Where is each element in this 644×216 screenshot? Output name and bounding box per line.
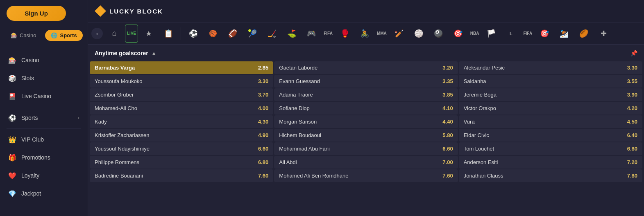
sidebar-loyalty-label: Loyalty (21, 172, 39, 179)
bet-name: Eldar Civic (464, 132, 624, 138)
sidebar-item-sports[interactable]: ⚽ Sports ‹ (0, 109, 88, 127)
sport-football-button[interactable]: ⚽ (184, 25, 202, 43)
sport-home-button[interactable]: ⌂ (105, 25, 123, 43)
bet-name: Saldanha (464, 78, 624, 84)
promotions-icon: 🎁 (8, 153, 16, 162)
bet-row[interactable]: Kady4.30 (90, 115, 273, 128)
bet-row[interactable]: Barnabas Varga2.85 (90, 61, 273, 74)
betting-content: Anytime goalscorer ▲ 📌 Barnabas Varga2.8… (88, 45, 644, 216)
sport-basketball-button[interactable]: 🏀 (204, 25, 222, 43)
bet-row[interactable]: Tom Louchet6.80 (459, 142, 642, 155)
sidebar-item-loyalty[interactable]: ❤️ Loyalty (0, 166, 88, 184)
sports-nav-prev-button[interactable]: ‹ (91, 28, 103, 39)
sign-up-button[interactable]: Sign Up (7, 6, 66, 21)
sport-boxing-button[interactable]: 🥊 (336, 25, 354, 43)
sidebar-item-slots[interactable]: 🎲 Slots (0, 69, 88, 87)
sport-volta-button[interactable]: FIFA (522, 25, 534, 43)
bet-odds: 3.35 (442, 78, 453, 84)
bet-row[interactable]: Mohamed Ali Ben Romdhane7.60 (274, 169, 458, 182)
bet-row[interactable]: Adama Traore3.85 (274, 88, 458, 101)
sport-favorites-button[interactable]: ★ (140, 25, 158, 43)
sport-live-button[interactable]: LIVE (125, 25, 138, 43)
sidebar-item-live-casino[interactable]: 🎴 Live Casino (0, 87, 88, 105)
sort-icon: ▲ (152, 50, 156, 56)
tab-sports[interactable]: 🌐 Sports (45, 30, 82, 41)
bet-row[interactable]: Mohamed-Ali Cho4.00 (90, 102, 273, 115)
bet-row[interactable]: Morgan Sanson4.40 (274, 115, 458, 128)
sport-golf-button[interactable]: ⛳ (283, 25, 301, 43)
sport-cycling-button[interactable]: 🚴 (356, 25, 374, 43)
sport-hockey-button[interactable]: 🏒 (263, 25, 281, 43)
sport-target-button[interactable]: 🎯 (535, 25, 553, 43)
sport-rugby-button[interactable]: 🏉 (575, 25, 593, 43)
section-header: Anytime goalscorer ▲ 📌 (88, 45, 644, 61)
sport-nba-button[interactable]: NBA (469, 25, 481, 43)
bet-name: Youssoufa Moukoko (95, 78, 255, 84)
bet-row[interactable]: Zsombor Gruber3.70 (90, 88, 273, 101)
bet-name: Badredine Bouanani (95, 173, 255, 179)
bet-row[interactable]: Sofiane Diop4.10 (274, 102, 458, 115)
bet-row[interactable]: Badredine Bouanani7.60 (90, 169, 273, 182)
sport-ski-button[interactable]: ⛷️ (555, 25, 573, 43)
main-content: LUCKY BLOCK ‹ ⌂ LIVE ★ 📋 ⚽ 🏀 🏈 🎾 🏒 ⛳ 🎮 F… (88, 0, 644, 216)
sport-snooker-button[interactable]: 🎱 (429, 25, 447, 43)
bet-row[interactable]: Aleksandar Pesic3.30 (459, 61, 642, 74)
bet-row[interactable]: Philippe Rommens6.80 (90, 156, 273, 169)
bet-row[interactable]: Ali Abdi7.00 (274, 156, 458, 169)
top-header: LUCKY BLOCK (88, 0, 644, 22)
sport-flag-button[interactable]: 🏳️ (482, 25, 500, 43)
bet-row[interactable]: Youssouf Ndayishimiye6.60 (90, 142, 273, 155)
bet-odds: 4.30 (258, 119, 268, 125)
bet-name: Hichem Boudaoul (279, 132, 439, 138)
bet-row[interactable]: Hichem Boudaoul5.80 (274, 129, 458, 142)
sport-fifa-button[interactable]: FIFA (322, 25, 334, 43)
sport-volleyball-button[interactable]: 🏐 (410, 25, 428, 43)
bet-row[interactable]: Kristoffer Zachariassen4.90 (90, 129, 273, 142)
bet-row[interactable]: Anderson Esiti7.20 (459, 156, 642, 169)
bet-row[interactable]: Youssoufa Moukoko3.30 (90, 75, 273, 88)
sidebar-item-promotions[interactable]: 🎁 Promotions (0, 148, 88, 166)
bet-name: Mohammad Abu Fani (279, 146, 439, 152)
bet-row[interactable]: Jeremie Boga3.90 (459, 88, 642, 101)
bet-row[interactable]: Victor Orakpo4.20 (459, 102, 642, 115)
sidebar-item-vip[interactable]: 👑 VIP Club (0, 130, 88, 148)
bet-odds: 3.20 (442, 65, 453, 71)
sport-mma-button[interactable]: MMA (375, 25, 388, 43)
bet-name: Jeremie Boga (464, 92, 624, 98)
sport-betslip-button[interactable]: 📋 (159, 25, 177, 43)
vip-icon: 👑 (8, 135, 16, 144)
bet-odds: 5.80 (442, 132, 453, 138)
sport-cricket-button[interactable]: 🏏 (390, 25, 408, 43)
sidebar-item-casino[interactable]: 🎰 Casino (0, 51, 88, 69)
sport-league-button[interactable]: L (502, 25, 520, 43)
bet-row[interactable]: Vura4.50 (459, 115, 642, 128)
section-title: Anytime goalscorer (95, 50, 148, 56)
bet-row[interactable]: Jonathan Clauss7.80 (459, 169, 642, 182)
bet-name: Kady (95, 119, 255, 125)
bet-row[interactable]: Gaetan Laborde3.20 (274, 61, 458, 74)
sport-esports-button[interactable]: 🎮 (302, 25, 320, 43)
sidebar-item-jackpot[interactable]: 💎 Jackpot (0, 184, 88, 202)
bet-name: Adama Traore (279, 92, 439, 98)
sidebar-casino-label: Casino (21, 57, 39, 63)
nav-divider-1 (7, 46, 81, 46)
sport-darts-button[interactable]: 🎯 (449, 25, 467, 43)
bet-name: Philippe Rommens (95, 159, 255, 165)
bet-name: Youssouf Ndayishimiye (95, 146, 255, 152)
tab-casino[interactable]: 🎰 Casino (5, 30, 42, 41)
bet-row[interactable]: Evann Guessand3.35 (274, 75, 458, 88)
sport-tennis-button[interactable]: 🎾 (243, 25, 261, 43)
bet-name: Barnabas Varga (95, 65, 255, 71)
bet-row[interactable]: Mohammad Abu Fani6.60 (274, 142, 458, 155)
bet-odds: 7.00 (442, 159, 453, 165)
sport-american-football-button[interactable]: 🏈 (224, 25, 242, 43)
bet-row[interactable]: Saldanha3.55 (459, 75, 642, 88)
sidebar-top: Sign Up (0, 0, 88, 27)
pin-icon[interactable]: 📌 (630, 50, 637, 56)
sidebar: Sign Up 🎰 Casino 🌐 Sports 🎰 Casino 🎲 Slo… (0, 0, 88, 216)
sport-more-button[interactable]: ✚ (594, 25, 612, 43)
bet-name: Zsombor Gruber (95, 92, 255, 98)
sidebar-slots-label: Slots (21, 75, 34, 81)
bet-odds: 7.60 (258, 173, 268, 179)
bet-row[interactable]: Eldar Civic6.40 (459, 129, 642, 142)
